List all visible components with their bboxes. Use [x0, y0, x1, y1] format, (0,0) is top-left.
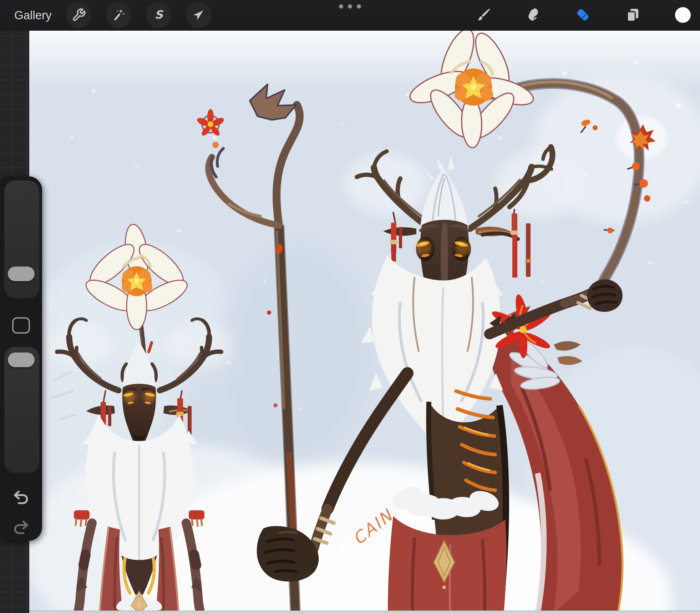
arrow-cursor-icon — [192, 8, 206, 23]
sidebar — [0, 176, 42, 541]
opacity-slider[interactable] — [4, 347, 39, 473]
s-curve-icon: S — [152, 8, 166, 23]
smudge-button[interactable] — [524, 7, 542, 24]
paint-brush-button[interactable] — [475, 7, 492, 24]
toolbar: Gallery S — [0, 0, 700, 31]
transform-button[interactable] — [186, 2, 212, 28]
artwork-canvas[interactable]: CAIN — [29, 31, 700, 613]
layers-icon — [624, 6, 641, 25]
smudge-finger-icon — [524, 6, 542, 25]
painting: CAIN — [29, 31, 700, 613]
actions-button[interactable] — [66, 2, 92, 28]
dot — [348, 4, 352, 9]
color-swatch-button[interactable] — [674, 7, 691, 24]
opacity-handle[interactable] — [8, 353, 35, 367]
eraser-button[interactable] — [574, 7, 592, 24]
eraser-icon — [574, 6, 592, 25]
canvas-options-dots[interactable] — [339, 4, 361, 9]
canvas-bottom-edge — [29, 611, 700, 613]
selection-button[interactable]: S — [146, 2, 172, 28]
adjustments-button[interactable] — [106, 2, 132, 28]
brush-size-handle[interactable] — [8, 267, 35, 281]
layers-button[interactable] — [624, 7, 641, 24]
procreate-window: Gallery S — [0, 0, 700, 613]
brush-icon — [475, 6, 492, 25]
undo-arrow-icon — [12, 502, 30, 508]
dot — [339, 4, 343, 9]
redo-arrow-icon — [12, 532, 30, 538]
svg-text:S: S — [154, 8, 163, 21]
brush-size-slider[interactable] — [4, 181, 39, 298]
magic-wand-icon — [112, 8, 126, 23]
modify-button[interactable] — [12, 317, 30, 334]
undo-button[interactable] — [12, 488, 30, 507]
gallery-button[interactable]: Gallery — [14, 9, 52, 22]
redo-button[interactable] — [12, 518, 30, 537]
right-robe — [388, 483, 506, 613]
color-swatch-circle — [674, 6, 691, 25]
dot — [357, 4, 361, 9]
paint-tools-group — [475, 0, 691, 31]
wrench-icon — [72, 8, 86, 23]
